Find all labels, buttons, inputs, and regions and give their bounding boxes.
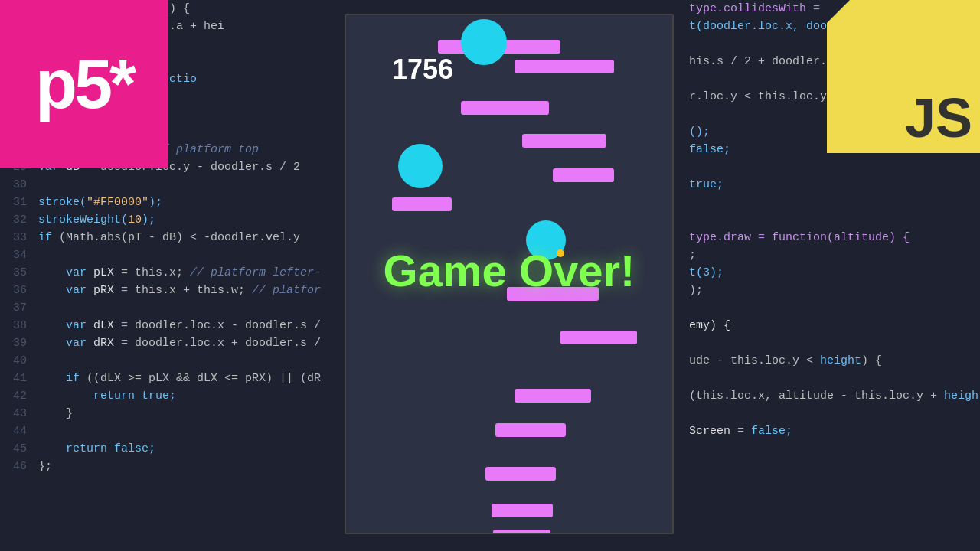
- line-code: [38, 246, 45, 264]
- line-num: 42: [0, 387, 38, 405]
- line-code: if (Math.abs(pT - dB) < -doodler.vel.y: [38, 229, 300, 246]
- line-num: 32: [0, 211, 38, 229]
- line-num: 43: [0, 405, 38, 422]
- line-code: return false;: [38, 440, 155, 458]
- game-score: 1756: [392, 54, 453, 86]
- line-code: [38, 299, 45, 317]
- platform: [495, 423, 566, 437]
- line-code: stroke("#FF0000");: [38, 194, 162, 211]
- doodler-1: [461, 19, 507, 65]
- platform: [492, 504, 553, 517]
- game-over-text: Game Over!: [346, 245, 672, 296]
- line-code: [38, 176, 45, 194]
- js-logo-text: JS: [905, 90, 972, 145]
- line-num: 37: [0, 299, 38, 317]
- platform: [553, 168, 614, 182]
- line-code: };: [38, 458, 52, 475]
- line-code: [38, 422, 45, 440]
- line-num: 33: [0, 229, 38, 246]
- js-logo: JS: [827, 0, 980, 153]
- line-code: strokeWeight(10);: [38, 211, 155, 229]
- platform: [560, 331, 637, 344]
- line-code: }: [38, 405, 73, 422]
- line-num: 40: [0, 352, 38, 370]
- line-num: 46: [0, 458, 38, 475]
- line-code: [38, 352, 45, 370]
- line-code: var pRX = this.x + this.w; // platfor: [38, 282, 321, 299]
- p5-logo-text: p5*: [35, 45, 133, 124]
- line-num: 38: [0, 317, 38, 334]
- line-num: 41: [0, 370, 38, 387]
- line-code: var dLX = doodler.loc.x - doodler.s /: [38, 317, 321, 334]
- line-num: 35: [0, 264, 38, 282]
- line-code: return true;: [38, 387, 176, 405]
- line-code: var dRX = doodler.loc.x + doodler.s /: [38, 334, 321, 352]
- line-num: 30: [0, 176, 38, 194]
- line-num: 45: [0, 440, 38, 458]
- platform: [485, 467, 556, 481]
- line-code: var pLX = this.x; // platform lefter-: [38, 264, 321, 282]
- game-canvas: 1756 Game Over!: [345, 14, 674, 534]
- doodler-2: [398, 144, 443, 188]
- platform: [522, 134, 606, 148]
- platform: [493, 530, 550, 534]
- line-num: 36: [0, 282, 38, 299]
- platform: [514, 60, 614, 73]
- platform: [461, 101, 549, 115]
- line-code: if ((dLX >= pLX && dLX <= pRX) || (dR: [38, 370, 321, 387]
- platform: [392, 197, 452, 211]
- line-num: 31: [0, 194, 38, 211]
- p5-logo: p5*: [0, 0, 168, 168]
- line-num: 44: [0, 422, 38, 440]
- line-num: 39: [0, 334, 38, 352]
- platform: [514, 389, 591, 403]
- line-num: 34: [0, 246, 38, 264]
